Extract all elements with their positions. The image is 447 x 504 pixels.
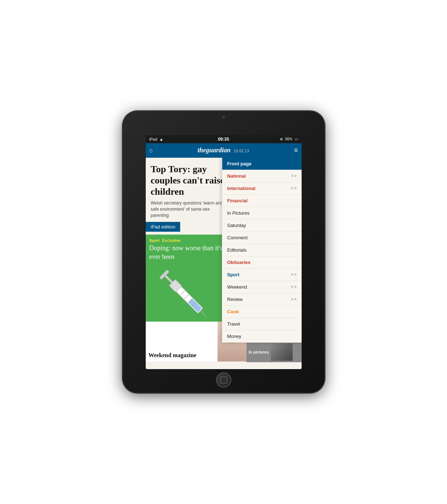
menu-item-label: National (227, 173, 246, 179)
gps-icon: ⊕ (280, 137, 283, 141)
menu-item-cook[interactable]: Cook (222, 306, 302, 318)
menu-dot (291, 286, 293, 288)
svg-line-0 (200, 311, 206, 316)
main-subheadline: Welsh secretary questions 'warm and safe… (151, 200, 224, 218)
status-left: iPad ▲ (149, 137, 164, 141)
bottom-weekend[interactable]: Weekend magazine (146, 322, 218, 362)
in-pictures-photo (271, 343, 293, 361)
menu-item-money[interactable]: Money (222, 330, 302, 343)
sport-card-title: Doping: now worse than it's ever been (149, 244, 224, 261)
menu-item-label: Review (227, 297, 243, 302)
menu-dots (291, 175, 297, 177)
guardian-logo: theguardian (198, 146, 232, 154)
main-headline-text: Top Tory: gay couples can't raise childr… (151, 164, 227, 198)
menu-item-label: Money (227, 334, 241, 339)
menu-item-weekend[interactable]: Weekend (222, 281, 302, 293)
menu-item-label: Sport (227, 272, 240, 277)
menu-dot (294, 187, 297, 189)
menu-dot (294, 175, 297, 177)
ipad-home-button-inner (220, 376, 227, 384)
menu-item-label: Saturday (227, 223, 246, 228)
menu-item-international[interactable]: International (222, 182, 302, 195)
ipad-device: iPad ▲ 09:35 ⊕ 56% ▭ ⌂ theguardian (122, 111, 325, 393)
weekend-magazine-title: Weekend magazine (149, 352, 215, 359)
ipad-home-button[interactable] (216, 372, 231, 388)
menu-item-review[interactable]: Review (222, 293, 302, 306)
menu-item-sport[interactable]: Sport (222, 269, 302, 281)
menu-item-front-page[interactable]: Front page (222, 158, 302, 170)
navigation-dropdown: Front page National International (222, 158, 302, 343)
menu-item-editorials[interactable]: Editorials (222, 244, 302, 256)
menu-item-label: Cook (227, 309, 239, 314)
syringe-illustration (154, 257, 219, 321)
home-icon[interactable]: ⌂ (149, 147, 153, 154)
menu-dot (294, 298, 297, 300)
menu-item-obituaries[interactable]: Obituaries (222, 256, 302, 269)
status-right: ⊕ 56% ▭ (280, 137, 298, 141)
scene: iPad ▲ 09:35 ⊕ 56% ▭ ⌂ theguardian (111, 102, 336, 402)
wifi-icon: ▲ (160, 137, 164, 141)
card-sport[interactable]: Sport Exclusive Doping: now worse than i… (146, 235, 227, 322)
battery-icon: ▭ (295, 137, 298, 141)
menu-dots (291, 187, 297, 189)
menu-item-label: Financial (227, 198, 248, 203)
menu-item-label: In Pictures (227, 210, 249, 216)
menu-dot (294, 273, 297, 276)
status-bar: iPad ▲ 09:35 ⊕ 56% ▭ (146, 135, 302, 143)
menu-item-comment[interactable]: Comment (222, 232, 302, 244)
menu-item-financial[interactable]: Financial (222, 195, 302, 207)
sport-card-tag: Sport Exclusive (149, 238, 224, 243)
menu-item-label: Comment (227, 235, 248, 240)
header-logo-area: theguardian 16.02.13 (153, 146, 294, 154)
device-label: iPad (149, 137, 157, 141)
menu-item-in-pictures[interactable]: In Pictures (222, 207, 302, 219)
menu-item-label: Weekend (227, 284, 247, 290)
menu-item-label: Front page (227, 161, 252, 166)
menu-item-label: Travel (227, 321, 240, 327)
guardian-date: 16.02.13 (233, 149, 249, 153)
bottom-in-pictures[interactable]: In pictures (247, 342, 302, 362)
menu-dot (294, 286, 297, 288)
menu-dots (291, 298, 297, 300)
menu-item-saturday[interactable]: Saturday (222, 219, 302, 232)
ipad-edition-banner: iPad edition (146, 222, 181, 232)
menu-dots (291, 286, 297, 288)
menu-dot (291, 187, 293, 189)
menu-item-label: International (227, 186, 256, 191)
menu-dot (291, 175, 293, 177)
menu-dot (291, 273, 293, 276)
battery-label: 56% (285, 137, 292, 141)
menu-item-label: Editorials (227, 247, 247, 253)
menu-item-travel[interactable]: Travel (222, 318, 302, 330)
menu-dots (291, 273, 297, 276)
guardian-header: ⌂ theguardian 16.02.13 ≡ (146, 143, 302, 158)
ipad-camera (222, 116, 225, 119)
content-area: Top Tory: gay couples can't raise childr… (146, 158, 302, 369)
menu-hamburger-icon[interactable]: ≡ (294, 146, 298, 154)
app-screen: ⌂ theguardian 16.02.13 ≡ Top Tory: gay c… (146, 143, 302, 369)
ipad-screen-outer: iPad ▲ 09:35 ⊕ 56% ▭ ⌂ theguardian (146, 135, 302, 369)
menu-item-national[interactable]: National (222, 170, 302, 182)
in-pictures-label: In pictures (249, 350, 269, 354)
status-time: 09:35 (218, 137, 229, 142)
menu-item-label: Obituaries (227, 260, 251, 265)
menu-dot (291, 298, 293, 300)
